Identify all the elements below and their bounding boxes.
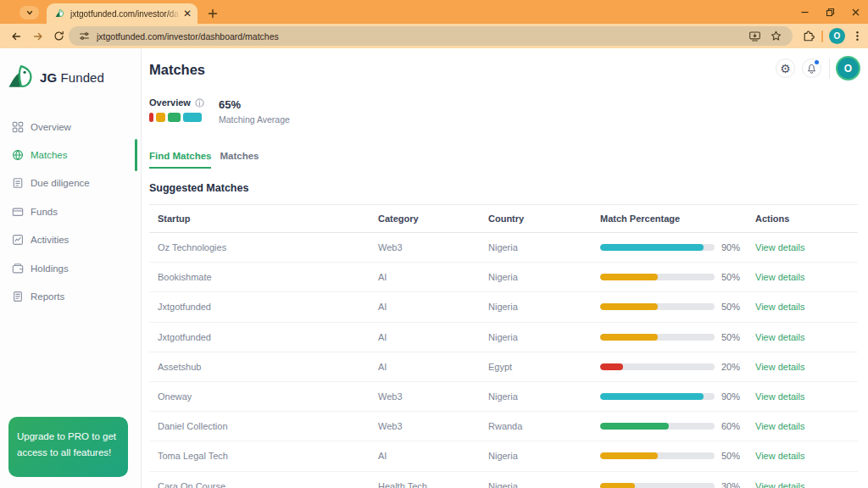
window-close-button[interactable] (843, 0, 868, 24)
startup-cell: Oz Technologies (158, 242, 378, 252)
match-progress-bar (600, 483, 635, 488)
startup-cell: Cara On Course (158, 481, 378, 488)
view-details-link[interactable]: View details (755, 242, 858, 252)
close-icon (851, 8, 860, 17)
match-percentage-cell: 90% (600, 391, 755, 402)
restore-icon (826, 8, 835, 17)
brand-logo-icon (7, 64, 37, 92)
column-header-actions: Actions (755, 214, 858, 224)
column-header-country: Country (488, 214, 600, 224)
extensions-icon[interactable] (803, 30, 815, 42)
column-header-match-percentage: Match Percentage (600, 214, 755, 224)
sidebar-item-label: Due diligence (31, 178, 90, 188)
match-progress-bar (600, 334, 658, 341)
sidebar-item-reports[interactable]: Reports (0, 282, 141, 310)
column-header-category: Category (378, 214, 488, 224)
new-tab-button[interactable] (203, 3, 223, 24)
match-percentage-cell: 20% (600, 362, 755, 372)
column-header-startup: Startup (158, 214, 378, 224)
view-details-link[interactable]: View details (755, 302, 858, 312)
browser-tab[interactable]: jxtgotfunded.com/investor/dash ✕ (47, 3, 198, 24)
country-cell: Rwanda (488, 421, 600, 431)
match-percentage-value: 50% (721, 332, 740, 342)
match-percentage-cell: 50% (600, 451, 755, 461)
match-progress-track (600, 483, 715, 488)
notifications-button[interactable] (802, 58, 821, 78)
upgrade-banner[interactable]: Upgrade to PRO to get access to all feat… (8, 417, 128, 477)
sidebar-item-label: Holdings (31, 263, 69, 274)
country-cell: Egypt (488, 362, 600, 372)
table-row: Toma Legal TechAINigeria50%View details (149, 441, 858, 471)
window-restore-button[interactable] (817, 0, 843, 24)
sidebar-nav: OverviewMatchesDue diligenceFundsActivit… (0, 113, 141, 311)
bookmark-star-icon[interactable] (770, 30, 782, 42)
sidebar-item-matches[interactable]: Matches (0, 141, 141, 169)
back-icon (10, 30, 22, 42)
matching-average-label: Matching Average (219, 114, 290, 125)
settings-button[interactable]: ⚙ (776, 58, 795, 78)
sidebar-item-due-diligence[interactable]: Due diligence (0, 169, 141, 197)
table-row: OnewayWeb3Nigeria90%View details (149, 382, 858, 412)
view-details-link[interactable]: View details (755, 362, 858, 372)
startup-cell: Daniel Collection (158, 421, 378, 431)
view-details-link[interactable]: View details (755, 391, 858, 402)
info-icon[interactable] (195, 98, 204, 108)
url-bar[interactable]: jxtgotfunded.com/investor/dashboard/matc… (69, 26, 793, 46)
save-page-icon[interactable] (748, 30, 761, 42)
back-button[interactable] (6, 26, 25, 46)
sidebar-item-holdings[interactable]: Holdings (0, 254, 141, 282)
table-row: BookishmateAINigeria50%View details (149, 263, 858, 292)
sidebar-item-funds[interactable]: Funds (0, 197, 141, 225)
forward-icon (32, 30, 44, 42)
match-progress-bar (600, 363, 623, 370)
category-cell: AI (378, 302, 488, 312)
match-percentage-value: 50% (721, 272, 740, 282)
brand-logo[interactable]: JG Funded (7, 64, 141, 92)
browser-tabstrip: jxtgotfunded.com/investor/dash ✕ (0, 0, 868, 24)
browser-profile-avatar[interactable]: O (829, 28, 845, 44)
sidebar-item-label: Matches (31, 150, 67, 160)
user-avatar[interactable]: O (837, 58, 859, 79)
country-cell: Nigeria (488, 272, 600, 282)
view-details-link[interactable]: View details (755, 451, 858, 461)
tab-search-button[interactable] (19, 6, 39, 19)
tab-find-matches[interactable]: Find Matches (149, 151, 211, 169)
overview-label: Overview (149, 97, 191, 108)
tab-matches[interactable]: Matches (220, 151, 259, 169)
match-progress-bar (600, 393, 704, 400)
table-row: AssetshubAIEgypt20%View details (149, 352, 858, 382)
category-cell: Web3 (378, 421, 488, 431)
view-details-link[interactable]: View details (755, 332, 858, 342)
forward-button[interactable] (28, 26, 47, 46)
sidebar-item-activities[interactable]: Activities (0, 226, 141, 254)
window-minimize-button[interactable] (792, 0, 817, 24)
page-title: Matches (149, 62, 858, 78)
match-progress-track (600, 244, 715, 251)
category-cell: AI (378, 332, 488, 342)
menu-dots-icon[interactable] (852, 30, 863, 42)
card-icon (12, 206, 24, 218)
view-details-link[interactable]: View details (755, 481, 858, 488)
match-progress-track (600, 334, 715, 341)
match-percentage-cell: 30% (600, 481, 755, 488)
sidebar: JG Funded OverviewMatchesDue diligenceFu… (0, 48, 142, 488)
wallet-icon (12, 263, 24, 274)
header-divider (829, 58, 830, 79)
category-cell: AI (378, 362, 488, 372)
match-percentage-cell: 60% (600, 421, 755, 431)
matches-table: StartupCategoryCountryMatch PercentageAc… (149, 204, 858, 488)
match-progress-track (600, 363, 715, 370)
overview-bar-red (149, 113, 153, 122)
sidebar-item-overview[interactable]: Overview (0, 113, 141, 141)
overview-bars (149, 113, 219, 122)
tab-close-icon[interactable]: ✕ (183, 8, 192, 19)
main-content: Matches ⚙ O Overview 65% Matchin (142, 48, 868, 488)
tab-title: jxtgotfunded.com/investor/dash (70, 9, 180, 19)
reload-button[interactable] (49, 26, 69, 46)
view-details-link[interactable]: View details (755, 421, 858, 431)
startup-cell: Assetshub (158, 362, 378, 372)
url-text: jxtgotfunded.com/investor/dashboard/matc… (97, 31, 740, 42)
match-progress-track (600, 303, 715, 310)
view-details-link[interactable]: View details (755, 272, 858, 282)
table-row: Oz TechnologiesWeb3Nigeria90%View detail… (149, 233, 858, 263)
